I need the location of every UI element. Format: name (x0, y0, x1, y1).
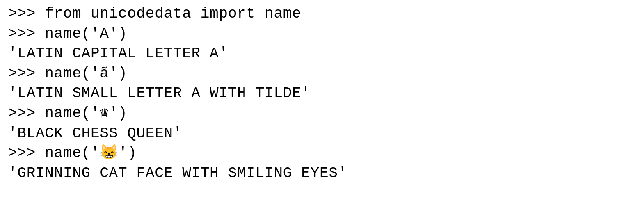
terminal-line-8: >>> name('😸') (8, 144, 636, 164)
terminal-output: >>> from unicodedata import name >>> nam… (0, 0, 644, 205)
terminal-line-3: 'LATIN CAPITAL LETTER A' (8, 44, 636, 64)
terminal-line-4: >>> name('ã') (8, 64, 636, 84)
terminal-line-6: >>> name('♛') (8, 104, 636, 124)
terminal-line-2: >>> name('A') (8, 24, 636, 44)
terminal-line-9: 'GRINNING CAT FACE WITH SMILING EYES' (8, 164, 636, 184)
terminal-line-1: >>> from unicodedata import name (8, 4, 636, 24)
terminal-line-7: 'BLACK CHESS QUEEN' (8, 124, 636, 144)
terminal-line-5: 'LATIN SMALL LETTER A WITH TILDE' (8, 84, 636, 104)
